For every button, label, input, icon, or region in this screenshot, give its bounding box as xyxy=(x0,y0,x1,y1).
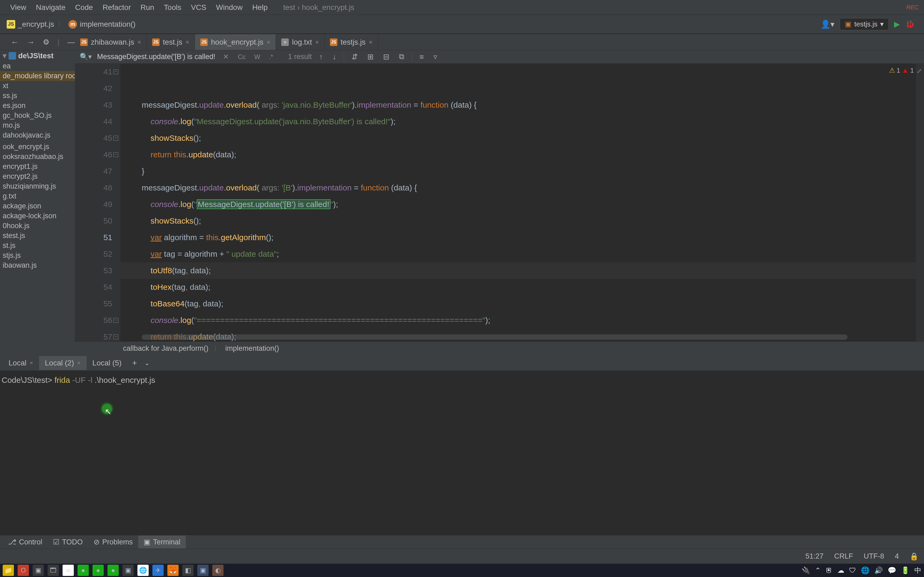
menu-tools[interactable]: Tools xyxy=(159,1,186,14)
tree-item[interactable]: stjs.js xyxy=(0,251,75,260)
fold-toggle-icon[interactable]: − xyxy=(113,334,118,339)
menu-code[interactable]: Code xyxy=(70,1,98,14)
tree-item[interactable]: encrypt2.js xyxy=(0,171,75,181)
line-number[interactable]: 44 xyxy=(75,113,112,130)
tree-item[interactable]: st.js xyxy=(0,241,75,251)
tree-item[interactable]: shuziqianming.js xyxy=(0,181,75,191)
line-number[interactable]: 50 xyxy=(75,213,112,229)
match-case-toggle[interactable]: Cc xyxy=(236,53,247,61)
run-button-icon[interactable]: ▶ xyxy=(894,20,900,29)
editor-tab[interactable]: JStestjs.js× xyxy=(325,34,378,50)
crumb-function[interactable]: m implementation() xyxy=(66,19,138,30)
code-line[interactable]: console.log("MessageDigest.update('java.… xyxy=(120,113,924,130)
tree-item[interactable]: ackage.json xyxy=(0,201,75,211)
line-number[interactable]: 55 xyxy=(75,295,112,312)
forward-arrow-icon[interactable]: → xyxy=(27,38,35,47)
terminal-tab[interactable]: Local (5) xyxy=(87,356,128,370)
editor-tab[interactable]: JStest.js× xyxy=(147,34,195,50)
tree-item[interactable]: g.txt xyxy=(0,191,75,201)
line-number[interactable]: 52 xyxy=(75,246,112,262)
tree-item[interactable]: mo.js xyxy=(0,121,75,131)
close-tab-icon[interactable]: × xyxy=(267,39,270,46)
tree-item[interactable]: ibaowan.js xyxy=(0,260,75,270)
tree-item[interactable]: stest.js xyxy=(0,231,75,241)
close-tab-icon[interactable]: × xyxy=(315,39,319,46)
code-content[interactable]: messageDigest.update.overload( args: 'ja… xyxy=(120,64,924,342)
tool-window-button[interactable]: ⊘Problems xyxy=(88,536,138,548)
tray-icon[interactable]: 💬 xyxy=(888,566,896,575)
code-line[interactable]: console.log("===========================… xyxy=(120,312,924,329)
tree-item[interactable]: ooksraozhuabao.js xyxy=(0,152,75,162)
menu-view[interactable]: View xyxy=(5,1,31,14)
menu-navigate[interactable]: Navigate xyxy=(31,1,70,14)
fold-toggle-icon[interactable]: − xyxy=(113,318,118,323)
code-line[interactable]: var tag = algorithm + " update data"; xyxy=(120,246,924,262)
taskbar-app-icon[interactable]: 🦊 xyxy=(167,565,179,576)
words-toggle[interactable]: W xyxy=(253,53,262,61)
taskbar-app-icon[interactable]: ◐ xyxy=(212,565,223,576)
line-number[interactable]: 54 xyxy=(75,279,112,295)
code-line[interactable]: toBase64(tag, data); xyxy=(120,295,924,312)
taskbar-app-icon[interactable]: ● xyxy=(78,565,89,576)
expand-inspections-icon[interactable]: ⤢ xyxy=(916,67,922,75)
clear-search-icon[interactable]: ✕ xyxy=(221,53,231,61)
breadcrumb-item[interactable]: implementation() xyxy=(225,344,279,353)
terminal-panel[interactable]: Code\JS\test> frida -UF -l .\hook_encryp… xyxy=(0,371,924,532)
warning-indicator[interactable]: ⚠1 ▲1 xyxy=(889,66,914,74)
close-tab-icon[interactable]: × xyxy=(369,39,372,46)
line-number[interactable]: 48 xyxy=(75,179,112,196)
tree-item[interactable]: ea xyxy=(0,61,75,71)
search-icon[interactable]: 🔍▾ xyxy=(80,53,92,61)
find-prev-icon[interactable]: ↑ xyxy=(317,53,325,61)
editor-tab[interactable]: ≡log.txt× xyxy=(276,34,325,50)
filter-icon[interactable]: ≡ xyxy=(417,53,426,61)
tool-window-button[interactable]: ⎇Control xyxy=(3,536,48,548)
code-line[interactable]: toHex(tag, data); xyxy=(120,279,924,295)
menu-help[interactable]: Help xyxy=(247,1,273,14)
taskbar-app-icon[interactable]: O xyxy=(18,565,29,576)
add-selection-icon[interactable]: ⊞ xyxy=(365,52,376,61)
taskbar-app-icon[interactable]: ▣ xyxy=(197,565,208,576)
line-number[interactable]: 46 xyxy=(75,147,112,163)
fold-toggle-icon[interactable]: − xyxy=(113,69,118,74)
close-tab-icon[interactable]: × xyxy=(186,39,189,46)
remove-selection-icon[interactable]: ⊟ xyxy=(381,52,391,61)
taskbar-app-icon[interactable]: ✈ xyxy=(152,565,164,576)
tree-item[interactable]: gc_hook_SO.js xyxy=(0,111,75,121)
taskbar-app-icon[interactable]: ● xyxy=(92,565,104,576)
tray-icon[interactable]: ⌃ xyxy=(815,566,821,575)
tree-item[interactable]: encrypt1.js xyxy=(0,162,75,171)
tray-icon[interactable]: 🔌 xyxy=(801,566,810,575)
status-indent[interactable]: 4 xyxy=(895,552,899,561)
code-line[interactable]: messageDigest.update.overload( args: '[B… xyxy=(120,179,924,196)
status-line-separator[interactable]: CRLF xyxy=(834,552,853,561)
terminal-tab[interactable]: Local (2)× xyxy=(39,356,87,370)
tree-item[interactable]: ackage-lock.json xyxy=(0,211,75,221)
close-terminal-tab-icon[interactable]: × xyxy=(30,359,33,366)
line-number[interactable]: 41 xyxy=(75,64,112,80)
editor-tab[interactable]: JShook_encrypt.js× xyxy=(195,34,276,50)
tray-icon[interactable]: ☁ xyxy=(837,566,844,575)
tree-item[interactable]: dahookjavac.js xyxy=(0,131,75,140)
menu-vcs[interactable]: VCS xyxy=(186,1,211,14)
line-number[interactable]: 51 xyxy=(75,229,112,246)
line-number[interactable]: 43 xyxy=(75,97,112,113)
taskbar-app-icon[interactable]: ▣ xyxy=(123,565,134,576)
status-caret-position[interactable]: 51:27 xyxy=(805,552,824,561)
menu-refactor[interactable]: Refactor xyxy=(98,1,136,14)
settings-gear-icon[interactable]: ⚙ xyxy=(43,38,50,47)
project-tool-window[interactable]: ▾ de\JS\test eade_modules library rootxt… xyxy=(0,50,75,359)
taskbar-app-icon[interactable]: ● xyxy=(107,565,119,576)
menu-run[interactable]: Run xyxy=(136,1,159,14)
menu-window[interactable]: Window xyxy=(211,1,247,14)
line-number[interactable]: 42 xyxy=(75,80,112,97)
find-filter-icon[interactable]: ▿ xyxy=(431,52,439,61)
terminal-tab[interactable]: Local× xyxy=(3,356,39,370)
tray-icon[interactable]: 中 xyxy=(914,566,921,575)
add-terminal-tab-icon[interactable]: + xyxy=(128,358,142,367)
status-encoding[interactable]: UTF-8 xyxy=(864,552,884,561)
select-all-icon[interactable]: ⧉ xyxy=(397,52,406,61)
code-line[interactable]: return this.update(data); xyxy=(120,147,924,163)
code-line[interactable]: messageDigest.update.overload( args: 'ja… xyxy=(120,97,924,113)
tray-icon[interactable]: 🔋 xyxy=(901,566,909,575)
